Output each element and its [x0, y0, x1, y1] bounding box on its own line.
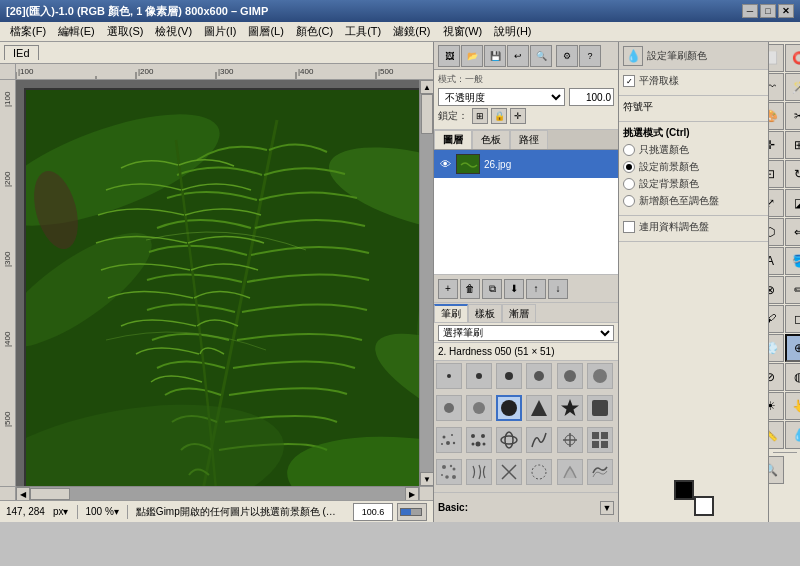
tool-rotate[interactable]: ↻	[785, 160, 800, 188]
tool-crop[interactable]: ⊡	[768, 160, 784, 188]
tab-gradients[interactable]: 漸層	[502, 304, 536, 322]
lock-alpha-btn[interactable]: 🔒	[491, 108, 507, 124]
menu-layer[interactable]: 圖層(L)	[242, 23, 289, 40]
brush-cell-12[interactable]	[587, 395, 613, 421]
tool-ellipse-select[interactable]: ⭕	[785, 44, 800, 72]
brush-cell-4[interactable]	[526, 363, 552, 389]
duplicate-layer-btn[interactable]: ⧉	[482, 279, 502, 299]
radio-set-bg-btn[interactable]	[623, 178, 635, 190]
brush-cell-18[interactable]	[587, 427, 613, 453]
brush-cell-14[interactable]	[466, 427, 492, 453]
zoom-fit-btn[interactable]: 🔍	[530, 45, 552, 67]
brush-cell-22[interactable]	[526, 459, 552, 485]
canvas-image[interactable]	[24, 88, 419, 486]
tool-blur[interactable]: ◍	[785, 363, 800, 391]
add-layer-btn[interactable]: +	[438, 279, 458, 299]
background-color-swatch[interactable]	[694, 496, 714, 516]
tool-shear[interactable]: ◪	[785, 189, 800, 217]
menu-image[interactable]: 圖片(I)	[198, 23, 242, 40]
tool-bucket[interactable]: 🪣	[785, 247, 800, 275]
layer-down-btn[interactable]: ↓	[548, 279, 568, 299]
scroll-track-h[interactable]	[30, 487, 405, 500]
brush-cell-6[interactable]	[587, 363, 613, 389]
tool-move[interactable]: ✛	[768, 131, 784, 159]
brush-cell-23[interactable]	[557, 459, 583, 485]
layers-list[interactable]: 👁 26.jpg	[434, 150, 618, 274]
scroll-up-button[interactable]: ▲	[420, 80, 433, 94]
brush-cell-5[interactable]	[557, 363, 583, 389]
use-palette-checkbox[interactable]	[623, 221, 635, 233]
minimize-button[interactable]: ─	[742, 4, 758, 18]
tool-text[interactable]: A	[768, 247, 784, 275]
tool-color-select[interactable]: 🎨	[768, 102, 784, 130]
delete-layer-btn[interactable]: 🗑	[460, 279, 480, 299]
brushes-expand-btn[interactable]: ▼	[600, 501, 614, 515]
unit-selector[interactable]: px▾	[53, 506, 69, 517]
menu-color[interactable]: 顏色(C)	[290, 23, 339, 40]
menu-windows[interactable]: 視窗(W)	[437, 23, 489, 40]
opacity-input[interactable]: 100.0	[569, 88, 614, 106]
tool-clone[interactable]: ⊕	[785, 334, 800, 362]
brush-cell-17[interactable]	[557, 427, 583, 453]
blend-mode-dropdown[interactable]: 不透明度 正常 溶解	[438, 88, 565, 106]
brush-cell-3[interactable]	[496, 363, 522, 389]
vertical-scrollbar[interactable]: ▲ ▼	[419, 80, 433, 486]
brush-cell-19[interactable]	[436, 459, 462, 485]
zoom-input[interactable]: 100.6	[353, 503, 393, 521]
brush-cell-11[interactable]	[557, 395, 583, 421]
tool-smudge[interactable]: 👆	[785, 392, 800, 420]
tool-paintbrush[interactable]: 🖌	[768, 305, 784, 333]
tab-channels[interactable]: 色板	[472, 130, 510, 149]
menu-file[interactable]: 檔案(F)	[4, 23, 52, 40]
layer-item[interactable]: 👁 26.jpg	[434, 150, 618, 178]
brush-cell-20[interactable]	[466, 459, 492, 485]
scroll-thumb-h[interactable]	[30, 488, 70, 500]
scroll-down-button[interactable]: ▼	[420, 472, 433, 486]
brush-cell-24[interactable]	[587, 459, 613, 485]
tool-zoom[interactable]: 🔍	[768, 456, 784, 484]
brush-cell-15[interactable]	[496, 427, 522, 453]
menu-view[interactable]: 檢視(V)	[149, 23, 198, 40]
foreground-color-swatch[interactable]	[674, 480, 694, 500]
brush-cell-8[interactable]	[466, 395, 492, 421]
tool-pencil[interactable]: ✏	[785, 276, 800, 304]
tool-measure[interactable]: 📏	[768, 421, 784, 449]
brush-cell-1[interactable]	[436, 363, 462, 389]
toolbox-tab[interactable]: IEd	[4, 45, 39, 60]
tool-scale[interactable]: ⤢	[768, 189, 784, 217]
undo-btn[interactable]: ↩	[507, 45, 529, 67]
brush-cell-16[interactable]	[526, 427, 552, 453]
tool-align[interactable]: ⊞	[785, 131, 800, 159]
tool-lasso[interactable]: 〰	[768, 73, 784, 101]
menu-edit[interactable]: 編輯(E)	[52, 23, 101, 40]
tool-colorpicker[interactable]: 💧	[785, 421, 800, 449]
brush-cell-13[interactable]	[436, 427, 462, 453]
brush-cell-9-selected[interactable]	[496, 395, 522, 421]
horizontal-scrollbar[interactable]: ◀ ▶	[16, 486, 419, 500]
tool-blend[interactable]: ⊗	[768, 276, 784, 304]
tool-perspective[interactable]: ⬡	[768, 218, 784, 246]
lock-position-btn[interactable]: ✛	[510, 108, 526, 124]
brush-grid[interactable]	[434, 361, 618, 492]
brush-cell-7[interactable]	[436, 395, 462, 421]
tool-flip[interactable]: ⇔	[785, 218, 800, 246]
scroll-right-button[interactable]: ▶	[405, 487, 419, 500]
radio-add-palette-btn[interactable]	[623, 195, 635, 207]
brush-cell-2[interactable]	[466, 363, 492, 389]
scroll-thumb-v[interactable]	[421, 94, 433, 134]
tab-brushes[interactable]: 筆刷	[434, 304, 468, 322]
tool-scissors[interactable]: ✂	[785, 102, 800, 130]
menu-filters[interactable]: 濾鏡(R)	[387, 23, 436, 40]
tab-layers[interactable]: 圖層	[434, 130, 472, 149]
layer-up-btn[interactable]: ↑	[526, 279, 546, 299]
scroll-left-button[interactable]: ◀	[16, 487, 30, 500]
open-btn[interactable]: 📂	[461, 45, 483, 67]
help-btn[interactable]: ?	[579, 45, 601, 67]
zoom-level[interactable]: 100 %▾	[86, 506, 119, 517]
tool-dodge[interactable]: ☀	[768, 392, 784, 420]
radio-set-fg-btn[interactable]	[623, 161, 635, 173]
layer-visibility-icon[interactable]: 👁	[438, 157, 452, 171]
tool-rect-select[interactable]: ⬜	[768, 44, 784, 72]
save-btn[interactable]: 💾	[484, 45, 506, 67]
canvas-viewport[interactable]	[16, 80, 419, 486]
